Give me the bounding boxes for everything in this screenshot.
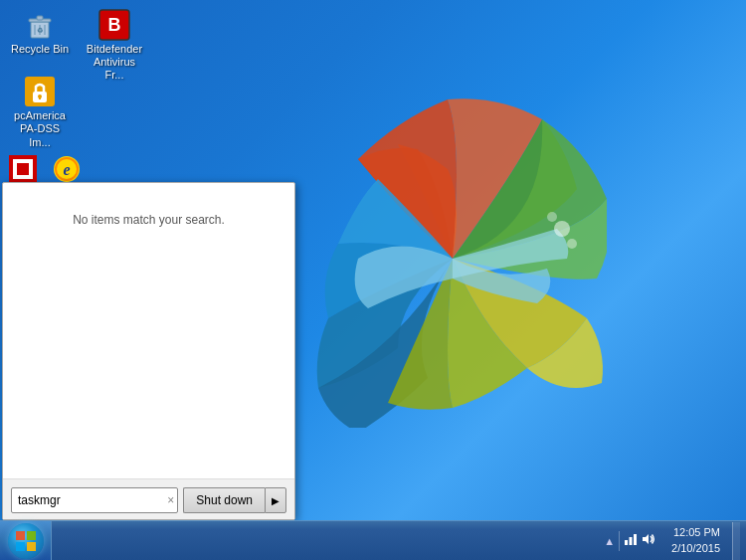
svg-text:B: B [108, 15, 121, 35]
start-orb [8, 523, 44, 559]
svg-marker-29 [643, 534, 649, 544]
svg-rect-28 [634, 534, 637, 545]
svg-rect-8 [37, 16, 43, 20]
bitdefender-label: Bitdefender Antivirus Fr... [84, 43, 145, 83]
svg-rect-24 [16, 542, 25, 551]
windows-flag-logo [298, 90, 607, 428]
shutdown-button-group: Shut down ▶ [183, 487, 286, 513]
recycle-bin-label: Recycle Bin [11, 43, 69, 56]
show-desktop-button[interactable] [732, 522, 740, 560]
taskbar-right: ▲ [594, 522, 746, 560]
desktop-icon-pcamerica[interactable]: pcAmerica PA-DSS Im... [5, 72, 75, 153]
svg-point-2 [547, 212, 557, 222]
tray-network-icon[interactable] [624, 532, 638, 549]
desktop-icons-col1: ♻ Recycle Bin pcAmerica P [5, 5, 75, 161]
pcamerica-icon [24, 76, 56, 107]
pcamerica-label: pcAmerica PA-DSS Im... [9, 109, 71, 149]
recycle-bin-icon: ♻ [24, 9, 56, 41]
tray-expand-icon[interactable]: ▲ [604, 535, 615, 547]
desktop-icons-col2: B Bitdefender Antivirus Fr... [80, 5, 149, 94]
ie-icon: e [51, 153, 83, 185]
clock-date: 2/10/2015 [671, 541, 720, 556]
svg-point-0 [554, 221, 570, 237]
svg-rect-13 [39, 96, 41, 99]
bitdefender-icon: B [98, 9, 130, 41]
start-menu-bottom: × Shut down ▶ [3, 478, 294, 519]
svg-text:e: e [63, 161, 70, 178]
svg-rect-23 [27, 531, 36, 540]
start-menu-content: No items match your search. [3, 183, 294, 478]
desktop: ♻ Recycle Bin pcAmerica P [0, 0, 746, 560]
svg-text:♻: ♻ [37, 27, 43, 34]
start-menu: No items match your search. × Shut down … [2, 182, 295, 520]
desktop-icon-recycle-bin[interactable]: ♻ Recycle Bin [5, 5, 75, 60]
system-tray: ▲ [600, 531, 659, 551]
svg-rect-22 [16, 531, 25, 540]
search-input[interactable] [11, 487, 178, 513]
svg-rect-27 [630, 537, 633, 545]
svg-point-1 [567, 239, 577, 249]
shutdown-arrow-button[interactable]: ▶ [265, 487, 286, 513]
no-items-message: No items match your search. [73, 213, 225, 227]
clock-time: 12:05 PM [673, 525, 720, 540]
svg-rect-25 [27, 542, 36, 551]
svg-rect-26 [625, 540, 628, 545]
start-button[interactable] [0, 521, 52, 561]
search-input-wrap: × [11, 487, 178, 513]
shutdown-button[interactable]: Shut down [183, 487, 265, 513]
svg-rect-18 [17, 163, 29, 175]
system-clock[interactable]: 12:05 PM 2/10/2015 [665, 525, 726, 556]
tray-volume-icon[interactable] [642, 532, 655, 549]
taskbar: ▲ [0, 520, 746, 560]
search-clear-button[interactable]: × [167, 494, 174, 506]
desktop-icon-bitdefender[interactable]: B Bitdefender Antivirus Fr... [80, 5, 149, 87]
separator-icon [7, 153, 39, 185]
